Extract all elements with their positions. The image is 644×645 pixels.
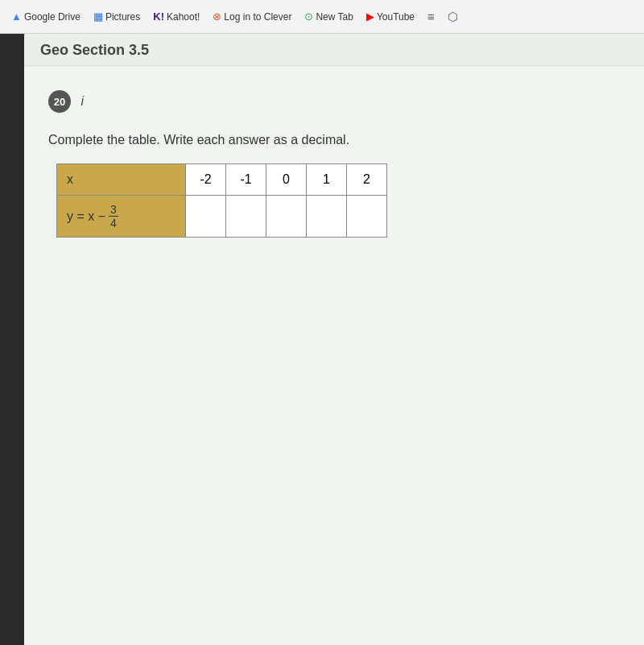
bookmark-newtab[interactable]: ⊙ New Tab — [299, 7, 357, 26]
fraction-numerator: 3 — [109, 204, 118, 217]
instruction-text: Complete the table. Write each answer as… — [48, 133, 620, 147]
math-table: x -2 -1 0 1 2 y = x − 3 4 — [56, 163, 387, 238]
google-drive-icon: ▲ — [11, 10, 22, 23]
table-answer-row: y = x − 3 4 — [57, 196, 387, 238]
bookmark-kahoot[interactable]: K! Kahoot! — [148, 7, 204, 26]
bookmark-google-drive[interactable]: ▲ Google Drive — [6, 7, 85, 26]
question-row: 20 i — [48, 82, 620, 113]
page-content: Geo Section 3.5 20 i Complete the table.… — [0, 34, 644, 645]
browser-toolbar: ▲ Google Drive ▦ Pictures K! Kahoot! ⊗ L… — [0, 0, 644, 34]
answer-box-1[interactable] — [186, 196, 226, 238]
question-sub: i — [80, 94, 84, 108]
left-panel — [0, 34, 24, 645]
bookmark-label: Log in to Clever — [224, 11, 291, 23]
extensions-icon[interactable]: ⬡ — [443, 6, 463, 27]
bookmark-label: Kahoot! — [167, 11, 200, 23]
content-area: Geo Section 3.5 20 i Complete the table.… — [24, 34, 644, 645]
table-x-val-5: 2 — [347, 164, 387, 196]
bookmark-menu[interactable]: ≡ — [423, 6, 440, 27]
pictures-icon: ▦ — [93, 10, 103, 23]
puzzle-icon: ⬡ — [448, 10, 458, 24]
answer-box-3[interactable] — [266, 196, 307, 238]
question-number: 20 — [48, 90, 71, 113]
bookmark-label: New Tab — [316, 11, 353, 23]
youtube-icon: ▶ — [366, 10, 374, 23]
section-header: Geo Section 3.5 — [24, 34, 644, 66]
bookmark-clever[interactable]: ⊗ Log in to Clever — [208, 7, 296, 26]
bookmark-label: Pictures — [105, 11, 140, 23]
newtab-icon: ⊙ — [304, 10, 313, 23]
kahoot-icon: K! — [153, 10, 164, 23]
question-area: 20 i Complete the table. Write each answ… — [24, 66, 644, 254]
menu-icon: ≡ — [427, 10, 435, 23]
table-x-val-4: 1 — [307, 164, 347, 196]
bookmark-label: Google Drive — [24, 11, 80, 23]
formula-prefix: y = x − — [67, 209, 105, 224]
section-title: Geo Section 3.5 — [40, 42, 149, 58]
table-x-val-1: -2 — [186, 164, 226, 196]
bookmark-label: YouTube — [377, 11, 415, 23]
answer-box-2[interactable] — [226, 196, 266, 238]
table-header-row: x -2 -1 0 1 2 — [57, 164, 387, 196]
answer-box-4[interactable] — [307, 196, 347, 238]
fraction: 3 4 — [109, 204, 118, 229]
answer-box-5[interactable] — [347, 196, 387, 238]
formula-cell: y = x − 3 4 — [67, 204, 172, 229]
table-header-x: x — [57, 164, 186, 196]
bookmark-youtube[interactable]: ▶ YouTube — [361, 7, 419, 26]
table-x-val-3: 0 — [266, 164, 307, 196]
table-x-val-2: -1 — [226, 164, 266, 196]
table-header-y: y = x − 3 4 — [57, 196, 186, 238]
bookmark-pictures[interactable]: ▦ Pictures — [89, 7, 145, 26]
clever-icon: ⊗ — [213, 10, 221, 23]
fraction-denominator: 4 — [109, 217, 118, 229]
